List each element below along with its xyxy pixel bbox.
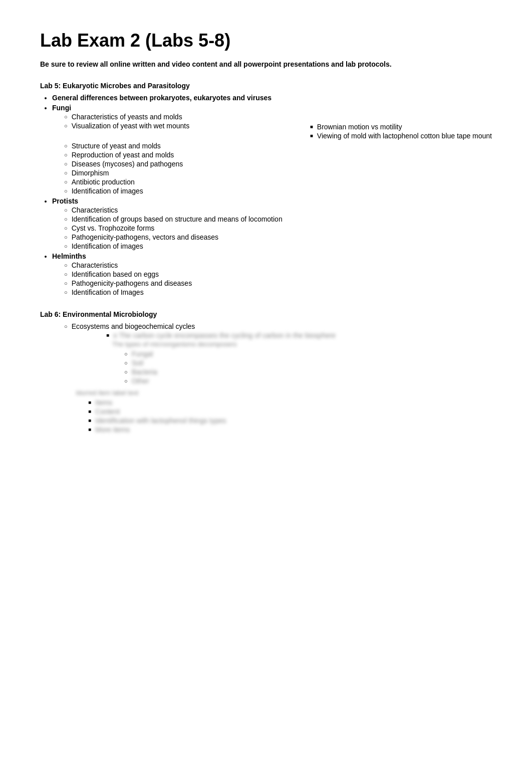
item-text: Viewing of mold with lactophenol cotton … xyxy=(317,132,492,140)
list-item: Pathogenicity-pathogens and diseases xyxy=(64,279,492,287)
helminths-children: Characteristics Identification based on … xyxy=(64,261,492,296)
list-item: Brownian motion vs motility xyxy=(310,123,492,131)
visualization-text: Visualization of yeast with wet mounts xyxy=(72,122,292,130)
fungi-children: Characteristics of yeasts and molds Visu… xyxy=(64,113,492,195)
item-text: Characteristics xyxy=(72,261,492,269)
list-item: Dimorphism xyxy=(64,169,492,177)
blurred-item: More items xyxy=(88,426,492,434)
item-text: Identification of images xyxy=(72,242,492,250)
fungi-label: Fungi xyxy=(52,104,71,112)
lab5-list: General differences between prokaryotes,… xyxy=(52,94,492,296)
item-text: Pathogenicity-pathogens, vectors and dis… xyxy=(72,233,492,241)
blurred-item: Other xyxy=(124,377,492,385)
list-item: Identification of groups based on struct… xyxy=(64,215,492,223)
list-item: Antibiotic production xyxy=(64,178,492,186)
visualization-children: Brownian motion vs motility Viewing of m… xyxy=(310,123,492,141)
blurred-second-block: blurred item label text Items Content Id… xyxy=(76,389,492,434)
intro-text: Be sure to review all online written and… xyxy=(40,59,492,70)
lab6-list: Ecosystems and biogeochemical cycles xyxy=(64,322,492,330)
blurred-sublevel: The types of microorganisms decomposers … xyxy=(112,340,492,385)
item-text: Antibiotic production xyxy=(72,178,492,186)
lab6-heading: Lab 6: Environmental Microbiology xyxy=(40,310,492,318)
list-item: Cyst vs. Trophozoite forms xyxy=(64,224,492,232)
list-item: Diseases (mycoses) and pathogens xyxy=(64,160,492,168)
list-item: Viewing of mold with lactophenol cotton … xyxy=(310,132,492,140)
list-item: Identification of Images xyxy=(64,288,492,296)
item-text: Characteristics xyxy=(72,206,492,214)
list-item-fungi: Fungi Characteristics of yeasts and mold… xyxy=(52,104,492,195)
blurred-text: Soil xyxy=(132,359,492,367)
item-text: Diseases (mycoses) and pathogens xyxy=(72,160,492,168)
blurred-text: More items xyxy=(95,426,492,434)
blurred-text: Fungal xyxy=(132,350,492,358)
helminths-label: Helminths xyxy=(52,252,86,260)
list-item: Reproduction of yeast and molds xyxy=(64,151,492,159)
blurred-level3: o The carbon cycle encompasses the cycli… xyxy=(106,331,492,339)
list-item: Characteristics xyxy=(64,261,492,269)
blurred-item: Items xyxy=(88,399,492,407)
protists-children: Characteristics Identification of groups… xyxy=(64,206,492,250)
list-item-protists: Protists Characteristics Identification … xyxy=(52,197,492,250)
ecosystems-text: Ecosystems and biogeochemical cycles xyxy=(72,322,492,330)
blurred-level4: Fungal Soil Bacteria Other xyxy=(124,350,492,385)
list-item: Identification of images xyxy=(64,242,492,250)
blurred-text: o The carbon cycle encompasses the cycli… xyxy=(113,331,492,339)
blurred-item: Fungal xyxy=(124,350,492,358)
list-item: Characteristics xyxy=(64,206,492,214)
blurred-item: Soil xyxy=(124,359,492,367)
item-text: Identification of groups based on struct… xyxy=(72,215,492,223)
item-text: Identification based on eggs xyxy=(72,270,492,278)
list-item-general: General differences between prokaryotes,… xyxy=(52,94,492,102)
lab5-section: Lab 5: Eukaryotic Microbes and Parasitol… xyxy=(40,82,492,296)
protists-label: Protists xyxy=(52,197,78,205)
blurred-text: Identification with lactophenol things t… xyxy=(95,417,492,425)
blurred-text: Bacteria xyxy=(132,368,492,376)
item-text: Pathogenicity-pathogens and diseases xyxy=(72,279,492,287)
list-item: Structure of yeast and molds xyxy=(64,142,492,150)
blurred-second-label: blurred item label text xyxy=(76,389,492,397)
lab6-section: Lab 6: Environmental Microbiology Ecosys… xyxy=(40,310,492,434)
blurred-text: Items xyxy=(95,399,492,407)
item-text: Structure of yeast and molds xyxy=(72,142,492,150)
blurred-item: Bacteria xyxy=(124,368,492,376)
general-label: General differences between prokaryotes,… xyxy=(52,94,272,102)
item-text: Cyst vs. Trophozoite forms xyxy=(72,224,492,232)
item-text: Identification of Images xyxy=(72,288,492,296)
list-item-ecosystems: Ecosystems and biogeochemical cycles xyxy=(64,322,492,330)
blurred-text: Content xyxy=(95,408,492,416)
page-title: Lab Exam 2 (Labs 5-8) xyxy=(40,30,492,51)
blurred-item: Content xyxy=(88,408,492,416)
list-item: Characteristics of yeasts and molds xyxy=(64,113,492,121)
item-text: Dimorphism xyxy=(72,169,492,177)
list-item: Pathogenicity-pathogens, vectors and dis… xyxy=(64,233,492,241)
blurred-ecosystems-children: o The carbon cycle encompasses the cycli… xyxy=(88,331,492,385)
item-text: Brownian motion vs motility xyxy=(317,123,492,131)
list-item-helminths: Helminths Characteristics Identification… xyxy=(52,252,492,296)
item-text: Characteristics of yeasts and molds xyxy=(72,113,492,121)
blurred-second-children: Items Content Identification with lactop… xyxy=(88,399,492,434)
list-item: Identification of images xyxy=(64,187,492,195)
item-text: Reproduction of yeast and molds xyxy=(72,151,492,159)
item-text: Identification of images xyxy=(72,187,492,195)
blurred-list-item: o The carbon cycle encompasses the cycli… xyxy=(106,331,492,339)
blurred-text: Other xyxy=(132,377,492,385)
lab5-heading: Lab 5: Eukaryotic Microbes and Parasitol… xyxy=(40,82,492,90)
blurred-item: Identification with lactophenol things t… xyxy=(88,417,492,425)
blurred-subtext: The types of microorganisms decomposers xyxy=(112,340,492,348)
list-item-visualization: Visualization of yeast with wet mounts B… xyxy=(64,122,492,141)
list-item: Identification based on eggs xyxy=(64,270,492,278)
